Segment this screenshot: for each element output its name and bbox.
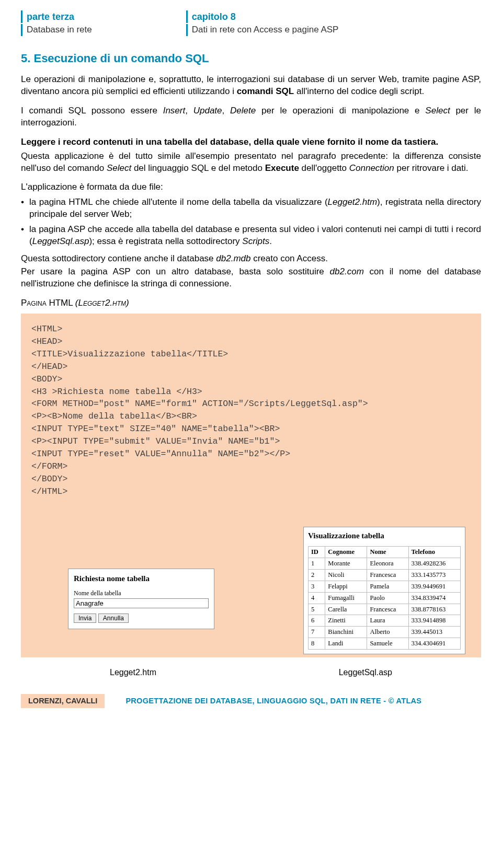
table-row: 6ZinettiLaura333.9414898: [309, 615, 461, 627]
table-row: 3FelappiPamela339.9449691: [309, 581, 461, 592]
table-cell: Laura: [367, 615, 408, 627]
text: .: [269, 236, 272, 246]
table-cell: Francesca: [367, 604, 408, 615]
form-screenshot: Richiesta nome tabella Nome della tabell…: [68, 569, 214, 629]
header-chapter-block: capitolo 8 Dati in rete con Access e pag…: [186, 10, 339, 36]
paragraph-1: Le operazioni di manipolazione e, soprat…: [21, 74, 481, 98]
bold-text: comandi SQL: [237, 86, 294, 96]
table-cell: 5: [309, 604, 325, 615]
table-cell: 338.4928236: [408, 558, 460, 570]
italic-text: Scripts: [242, 236, 269, 246]
table-cell: 7: [309, 627, 325, 638]
italic-text: Connection: [349, 163, 394, 173]
table-cell: Samuele: [367, 638, 408, 650]
part-subtitle: Database in rete: [21, 24, 92, 36]
table-cell: Felappi: [325, 581, 367, 592]
table-cell: 339.9449691: [408, 581, 460, 592]
caption-left: Legget2.htm: [110, 667, 156, 678]
table-screenshot: Visualizzazione tabella IDCognomeNomeTel…: [303, 527, 465, 654]
table-cell: Fumagalli: [325, 592, 367, 604]
text: HTML: [47, 298, 75, 308]
bullet-list: la pagina HTML che chiede all'utente il …: [21, 196, 481, 248]
reset-button[interactable]: Annulla: [98, 614, 129, 623]
section-title: 5. Esecuzione di un comando SQL: [21, 51, 481, 66]
text: ,: [222, 106, 231, 115]
sub-heading: Leggere i record contenuti in una tabell…: [21, 136, 481, 148]
italic-text: Select: [425, 106, 450, 115]
table-header-cell: Cognome: [325, 547, 367, 558]
table-cell: Carella: [325, 604, 367, 615]
table-title: Visualizzazione tabella: [308, 530, 461, 541]
italic-text: LeggetSql.asp: [32, 236, 89, 246]
table-cell: 6: [309, 615, 325, 627]
table-row: 2NicoliFrancesca333.1435773: [309, 569, 461, 581]
text: Per usare la pagina ASP con un altro dat…: [21, 267, 330, 276]
caption-right: LeggetSql.asp: [339, 667, 392, 678]
paragraph-6: Per usare la pagina ASP con un altro dat…: [21, 266, 481, 290]
text: la pagina HTML che chiede all'utente il …: [29, 197, 328, 207]
table-cell: 8: [309, 638, 325, 650]
page-container: parte terza Database in rete capitolo 8 …: [0, 0, 502, 719]
table-row: 1MoranteEleonora338.4928236: [309, 558, 461, 570]
table-cell: 4: [309, 592, 325, 604]
table-cell: 338.8778163: [408, 604, 460, 615]
text: per le operazioni di manipolazione e: [256, 106, 425, 115]
paragraph-4: L'applicazione è formata da due file:: [21, 181, 481, 193]
table-cell: Zinetti: [325, 615, 367, 627]
screenshots-row: Richiesta nome tabella Nome della tabell…: [21, 527, 481, 654]
table-cell: Alberto: [367, 627, 408, 638]
text: I comandi SQL possono essere: [21, 106, 163, 115]
table-cell: Eleonora: [367, 558, 408, 570]
paragraph-5: Questa sottodirectory contiene anche il …: [21, 253, 481, 265]
text: del linguaggio SQL e del metodo: [131, 163, 265, 173]
table-header-cell: ID: [309, 547, 325, 558]
text: Pagina: [21, 298, 47, 308]
table-cell: 334.4304691: [408, 638, 460, 650]
form-title: Richiesta nome tabella: [74, 573, 209, 584]
chapter-subtitle: Dati in rete con Access e pagine ASP: [186, 24, 339, 36]
table-header-row: IDCognomeNomeTelefono: [309, 547, 461, 558]
table-cell: Pamela: [367, 581, 408, 592]
table-cell: 3: [309, 581, 325, 592]
table-row: 4FumagalliPaolo334.8339474: [309, 592, 461, 604]
table-cell: 339.445013: [408, 627, 460, 638]
text: ); essa è registrata nella sottodirector…: [89, 236, 242, 246]
italic-text: Select: [107, 163, 131, 173]
paragraph-3: Questa applicazione è del tutto simile a…: [21, 151, 481, 175]
result-table: IDCognomeNomeTelefono 1MoranteEleonora33…: [308, 546, 461, 650]
table-row: 7BianchiniAlberto339.445013: [309, 627, 461, 638]
italic-text: Update: [193, 106, 222, 115]
page-header: parte terza Database in rete capitolo 8 …: [21, 10, 481, 36]
table-cell: 334.8339474: [408, 592, 460, 604]
footer-title: PROGETTAZIONE DEI DATABASE, LINGUAGGIO S…: [126, 696, 421, 707]
captions-row: Legget2.htm LeggetSql.asp: [21, 667, 481, 678]
text: per ritrovare i dati.: [394, 163, 469, 173]
table-cell: Paolo: [367, 592, 408, 604]
form-field-label: Nome della tabella: [74, 589, 209, 597]
part-label: parte terza: [21, 10, 92, 23]
pagina-label: Pagina HTML (Legget2.htm): [21, 297, 481, 309]
header-part-block: parte terza Database in rete: [21, 10, 92, 36]
table-cell: Francesca: [367, 569, 408, 581]
table-cell: Nicoli: [325, 569, 367, 581]
italic-text: Insert: [163, 106, 186, 115]
table-row: 8LandiSamuele334.4304691: [309, 638, 461, 650]
page-footer: LORENZI, CAVALLI PROGETTAZIONE DEI DATAB…: [21, 694, 481, 709]
table-cell: Landi: [325, 638, 367, 650]
table-name-input[interactable]: [74, 598, 209, 608]
list-item: la pagina HTML che chiede all'utente il …: [21, 196, 481, 221]
submit-button[interactable]: Invia: [74, 614, 96, 623]
italic-text: (Legget2.htm): [75, 298, 129, 308]
list-item: la pagina ASP che accede alla tabella de…: [21, 224, 481, 248]
table-header-cell: Nome: [367, 547, 408, 558]
table-cell: Bianchini: [325, 627, 367, 638]
table-row: 5CarellaFrancesca338.8778163: [309, 604, 461, 615]
text: dell'oggetto: [299, 163, 349, 173]
table-cell: 1: [309, 558, 325, 570]
table-cell: Morante: [325, 558, 367, 570]
table-header-cell: Telefono: [408, 547, 460, 558]
footer-author: LORENZI, CAVALLI: [21, 694, 105, 709]
italic-text: db2.com: [330, 267, 364, 276]
table-cell: 333.1435773: [408, 569, 460, 581]
table-body: 1MoranteEleonora338.49282362NicoliFrance…: [309, 558, 461, 650]
